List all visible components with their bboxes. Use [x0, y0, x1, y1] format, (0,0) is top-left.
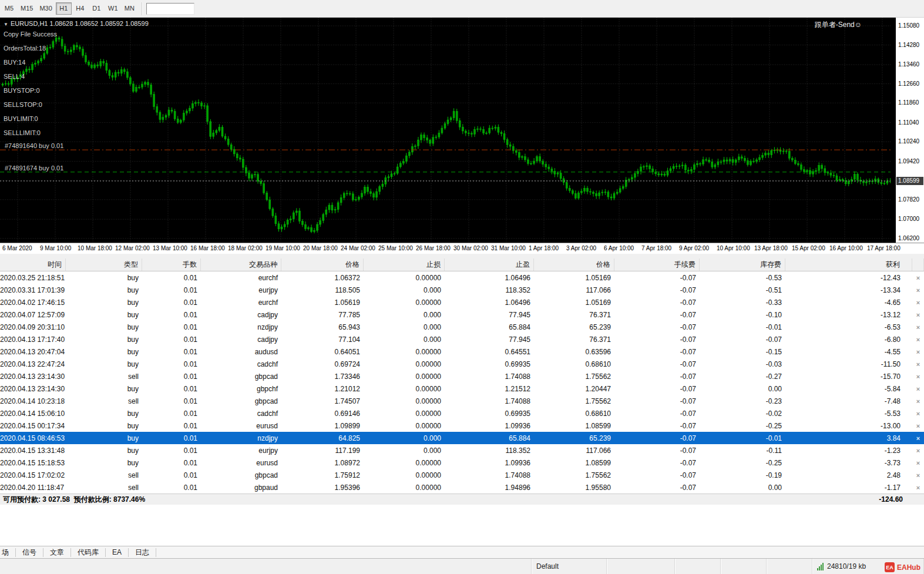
price-scale[interactable]: 1.150801.142801.134601.126601.118601.110… [896, 18, 924, 243]
terminal-tab-5[interactable]: 日志 [129, 548, 156, 557]
timeframe-button-m5[interactable]: M5 [1, 2, 17, 15]
column-header-swap[interactable]: 库存费 [700, 259, 785, 271]
cell-time: 2020.04.13 17:17:40 [0, 335, 66, 344]
trade-row[interactable]: 2020.04.15 08:46:53buy0.01nzdjpy64.8250.… [0, 432, 924, 444]
timeframe-button-m15[interactable]: M15 [18, 2, 36, 15]
timeframe-button-mn[interactable]: MN [122, 2, 137, 15]
cell-symbol: cadchf [201, 360, 281, 368]
cell-sl: 0.00000 [364, 397, 445, 405]
cell-time: 2020.04.15 15:18:53 [0, 459, 66, 467]
close-trade-button[interactable]: × [912, 348, 924, 355]
trade-row[interactable]: 2020.04.13 20:47:04buy0.01audusd0.640510… [0, 345, 924, 358]
trade-row[interactable]: 2020.03.25 21:18:51buy0.01eurchf1.063720… [0, 271, 924, 284]
price-tick: 1.11860 [898, 99, 919, 106]
cell-lots: 0.01 [142, 298, 201, 307]
close-trade-button[interactable]: × [912, 484, 924, 491]
close-trade-button[interactable]: × [912, 422, 924, 429]
close-trade-button[interactable]: × [912, 274, 924, 281]
trade-row[interactable]: 2020.04.02 17:46:15buy0.01eurchf1.056190… [0, 296, 924, 308]
trade-row[interactable]: 2020.04.20 11:18:47sell0.01gbpaud1.95396… [0, 481, 924, 494]
terminal-tab-1[interactable]: 信号 [16, 548, 43, 557]
cell-type: buy [66, 422, 142, 430]
cell-commission: -0.07 [614, 447, 700, 455]
close-trade-button[interactable]: × [912, 324, 924, 331]
cell-current-price: 1.05169 [534, 274, 614, 282]
column-header-symbol[interactable]: 交易品种 [201, 259, 281, 271]
cell-swap: -0.01 [700, 323, 785, 331]
cell-commission: -0.07 [614, 372, 700, 381]
close-trade-button[interactable]: × [912, 299, 924, 306]
column-header-tp[interactable]: 止盈 [445, 259, 534, 271]
time-tick: 6 Mar 2020 [2, 245, 32, 251]
cell-current-price: 65.239 [534, 434, 614, 442]
trade-row[interactable]: 2020.04.07 12:57:09buy0.01cadjpy77.7850.… [0, 308, 924, 321]
time-axis[interactable]: 6 Mar 20209 Mar 10:0010 Mar 18:0012 Mar … [0, 243, 924, 254]
cell-sl: 0.00000 [364, 348, 445, 356]
close-trade-button[interactable]: × [912, 336, 924, 343]
trade-row[interactable]: 2020.04.15 15:18:53buy0.01eurusd1.089720… [0, 456, 924, 469]
trade-row[interactable]: 2020.04.13 17:17:40buy0.01cadjpy77.1040.… [0, 333, 924, 345]
terminal-tab-2[interactable]: 文章 [43, 548, 71, 557]
trade-row[interactable]: 2020.04.13 22:47:24buy0.01cadchf0.697240… [0, 358, 924, 370]
candlestick-chart[interactable]: ▼EURUSD,H1 1.08628 1.08652 1.08592 1.085… [0, 18, 896, 243]
timeframe-button-m30[interactable]: M30 [36, 2, 55, 15]
cell-tp: 1.74088 [445, 471, 534, 479]
column-header-lots[interactable]: 手数 [142, 259, 201, 271]
time-tick: 13 Apr 18:00 [754, 245, 788, 251]
eahub-logo[interactable]: EA EAHub [885, 562, 920, 572]
trade-row[interactable]: 2020.04.15 17:02:02sell0.01gbpcad1.75912… [0, 469, 924, 481]
close-trade-button[interactable]: × [912, 361, 924, 368]
cell-lots: 0.01 [142, 471, 201, 479]
timeframe-button-h4[interactable]: H4 [72, 2, 88, 15]
trade-row[interactable]: 2020.04.13 23:14:30buy0.01gbpchf1.210120… [0, 382, 924, 395]
trade-row[interactable]: 2020.04.14 10:23:18sell0.01gbpcad1.74507… [0, 395, 924, 407]
close-trade-button[interactable]: × [912, 447, 924, 454]
cell-profit: -12.43 [785, 274, 912, 282]
timeframe-button-h1[interactable]: H1 [56, 2, 72, 15]
cell-symbol: cadjpy [201, 311, 281, 319]
close-trade-button[interactable]: × [912, 410, 924, 417]
cell-swap: -0.23 [700, 397, 785, 405]
column-header-current-price[interactable]: 价格 [534, 259, 614, 271]
cell-sl: 0.000 [364, 286, 445, 294]
cell-lots: 0.01 [142, 397, 201, 405]
toolbar-empty-field[interactable] [146, 3, 194, 15]
trade-row[interactable]: 2020.04.15 00:17:34buy0.01eurusd1.098990… [0, 419, 924, 432]
cell-tp: 65.884 [445, 323, 534, 331]
column-header-sl[interactable]: 止损 [364, 259, 445, 271]
trade-row[interactable]: 2020.04.13 23:14:30sell0.01gbpcad1.73346… [0, 370, 924, 382]
trade-row[interactable]: 2020.03.31 17:01:39buy0.01eurjpy118.5050… [0, 284, 924, 296]
cell-sl: 0.00000 [364, 409, 445, 418]
column-header-time[interactable]: 时间 [0, 259, 66, 271]
close-trade-button[interactable]: × [912, 287, 924, 294]
terminal-tab-3[interactable]: 代码库 [71, 548, 106, 557]
column-header-open-price[interactable]: 价格 [281, 259, 364, 271]
close-trade-button[interactable]: × [912, 385, 924, 392]
close-trade-button[interactable]: × [912, 311, 924, 318]
cell-lots: 0.01 [142, 434, 201, 442]
close-trade-button[interactable]: × [912, 472, 924, 479]
column-header-type[interactable]: 类型 [66, 259, 142, 271]
cell-sl: 0.000 [364, 335, 445, 344]
cell-symbol: gbpcad [201, 471, 281, 479]
cell-sl: 0.000 [364, 447, 445, 455]
cell-profit: -15.70 [785, 372, 912, 381]
close-trade-button[interactable]: × [912, 398, 924, 405]
cell-symbol: gbpcad [201, 372, 281, 381]
terminal-tab-4[interactable]: EA [106, 548, 129, 557]
close-trade-button[interactable]: × [912, 373, 924, 380]
close-trade-button[interactable]: × [912, 459, 924, 466]
cell-tp: 1.06496 [445, 298, 534, 307]
column-header-profit[interactable]: 获利 [785, 259, 912, 271]
trade-row[interactable]: 2020.04.15 13:31:48buy0.01eurjpy117.1990… [0, 444, 924, 456]
timeframe-button-w1[interactable]: W1 [105, 2, 121, 15]
trade-row[interactable]: 2020.04.14 15:06:10buy0.01cadchf0.691460… [0, 407, 924, 419]
close-trade-button[interactable]: × [912, 435, 924, 442]
cell-swap: -0.07 [700, 335, 785, 344]
profile-selector[interactable]: Default [532, 559, 607, 574]
timeframe-button-d1[interactable]: D1 [89, 2, 105, 15]
cell-sl: 0.00000 [364, 471, 445, 479]
column-header-commission[interactable]: 手续费 [614, 259, 700, 271]
terminal-tab-0[interactable]: 场 [0, 548, 16, 557]
trade-row[interactable]: 2020.04.09 20:31:10buy0.01nzdjpy65.9430.… [0, 321, 924, 333]
